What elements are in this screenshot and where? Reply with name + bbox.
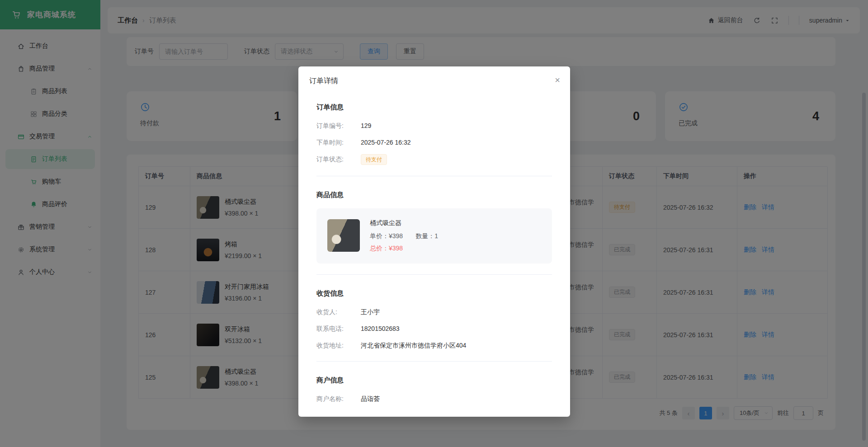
field-value: 2025-07-26 16:32 xyxy=(361,137,411,147)
section-divider xyxy=(316,274,552,275)
field-label: 商户名称: xyxy=(316,394,361,404)
product-quantity: 数量：1 xyxy=(415,232,438,240)
product-image xyxy=(327,219,360,252)
product-total-price: 总价：¥398 xyxy=(370,245,438,253)
field-row: 商户名称: 品诣荟 xyxy=(316,394,552,404)
field-label: 订单状态: xyxy=(316,154,361,165)
field-row: 下单时间: 2025-07-26 16:32 xyxy=(316,137,552,147)
field-label: 收货地址: xyxy=(316,340,361,350)
field-label: 联系电话: xyxy=(316,324,361,334)
order-info-section-title: 订单信息 xyxy=(316,103,552,112)
order-detail-modal: 订单详情 × 订单信息 订单编号: 129 下单时间: 2025-07-26 1… xyxy=(298,66,570,417)
field-row: 订单编号: 129 xyxy=(316,121,552,131)
product-info-section-title: 商品信息 xyxy=(316,191,552,199)
modal-title: 订单详情 xyxy=(309,77,338,85)
field-row: 订单状态: 待支付 xyxy=(316,154,552,165)
field-row: 收货人: 王小宇 xyxy=(316,307,552,317)
field-label: 下单时间: xyxy=(316,137,361,147)
shipping-info-section-title: 收货信息 xyxy=(316,289,552,298)
modal-header: 订单详情 × xyxy=(298,66,570,89)
field-value: 河北省保定市涿州市德信学府小区404 xyxy=(361,340,466,350)
field-value: 18201502683 xyxy=(361,324,400,334)
close-icon[interactable]: × xyxy=(555,75,560,85)
field-value: 129 xyxy=(361,121,371,131)
status-badge: 待支付 xyxy=(361,154,387,165)
field-value: 品诣荟 xyxy=(361,394,380,404)
modal-body: 订单信息 订单编号: 129 下单时间: 2025-07-26 16:32 订单… xyxy=(298,103,570,404)
product-unit-price: 单价：¥398 xyxy=(370,232,403,240)
section-divider xyxy=(316,361,552,362)
field-row: 收货地址: 河北省保定市涿州市德信学府小区404 xyxy=(316,340,552,350)
section-divider xyxy=(316,176,552,176)
page: 家电商城系统 工作台 商品管理 商品列表 商品分类 交易管理 xyxy=(0,0,868,447)
product-name: 桶式吸尘器 xyxy=(370,219,438,227)
field-value: 王小宇 xyxy=(361,307,380,317)
field-label: 收货人: xyxy=(316,307,361,317)
field-label: 订单编号: xyxy=(316,121,361,131)
merchant-info-section-title: 商户信息 xyxy=(316,376,552,385)
modal-product-card: 桶式吸尘器 单价：¥398 数量：1 总价：¥398 xyxy=(316,208,552,263)
field-row: 联系电话: 18201502683 xyxy=(316,324,552,334)
